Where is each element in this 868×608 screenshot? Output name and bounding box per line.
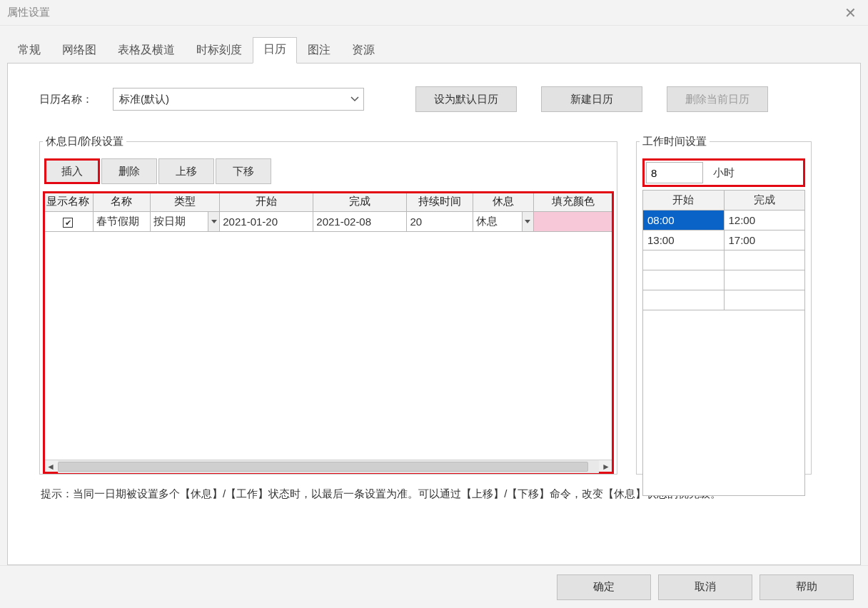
col-show-name[interactable]: 显示名称 <box>44 192 94 212</box>
tab-resource[interactable]: 资源 <box>341 38 385 64</box>
delete-row-button[interactable]: 删除 <box>101 158 157 184</box>
col-name[interactable]: 名称 <box>93 192 150 212</box>
scroll-right-icon[interactable]: ► <box>599 460 613 473</box>
cell-fill-color[interactable] <box>533 212 613 232</box>
work-time-fieldset: 工作时间设置 小时 开始 完成 <box>636 135 812 475</box>
new-calendar-button[interactable]: 新建日历 <box>541 86 642 112</box>
col-duration[interactable]: 持续时间 <box>407 192 473 212</box>
tab-general[interactable]: 常规 <box>7 38 51 64</box>
chevron-down-icon <box>350 96 359 102</box>
cancel-button[interactable]: 取消 <box>658 574 752 600</box>
table-row[interactable]: 13:00 17:00 <box>643 230 805 250</box>
calendar-top-row: 日历名称： 标准(默认) 设为默认日历 新建日历 删除当前日历 <box>39 86 829 112</box>
work-time-table-wrap: 开始 完成 08:00 12:00 13:00 17:00 <box>640 190 808 496</box>
table-row[interactable] <box>643 270 805 290</box>
tab-calendar[interactable]: 日历 <box>253 37 297 64</box>
tab-table-gantt[interactable]: 表格及横道 <box>107 38 186 64</box>
table-row[interactable] <box>643 250 805 270</box>
dialog-body: 常规 网络图 表格及横道 时标刻度 日历 图注 资源 日历名称： 标准(默认) … <box>0 26 868 565</box>
cell-finish[interactable]: 17:00 <box>724 230 805 250</box>
hours-unit-label: 小时 <box>713 166 735 180</box>
tab-timescale[interactable]: 时标刻度 <box>186 38 253 64</box>
titlebar: 属性设置 ✕ <box>0 0 868 26</box>
close-icon[interactable]: ✕ <box>840 4 861 21</box>
move-down-button[interactable]: 下移 <box>216 158 271 184</box>
tab-panel-calendar: 日历名称： 标准(默认) 设为默认日历 新建日历 删除当前日历 休息日/阶段设置… <box>7 63 861 565</box>
scroll-track[interactable] <box>58 460 599 473</box>
hours-highlight-box: 小时 <box>642 158 805 187</box>
tab-network[interactable]: 网络图 <box>51 38 107 64</box>
table-row[interactable]: 08:00 12:00 <box>643 211 805 230</box>
table-row[interactable] <box>643 290 805 310</box>
rest-tool-row: 插入 删除 上移 下移 <box>43 158 614 184</box>
horizontal-scrollbar[interactable]: ◄ ► <box>43 460 614 474</box>
insert-button[interactable]: 插入 <box>44 158 100 184</box>
work-time-legend: 工作时间设置 <box>640 135 710 148</box>
cell-start[interactable]: 08:00 <box>643 211 725 230</box>
fieldsets-row: 休息日/阶段设置 插入 删除 上移 下移 <box>39 135 829 475</box>
rest-table-empty-area <box>43 232 614 458</box>
hours-input[interactable] <box>646 162 703 183</box>
set-default-button[interactable]: 设为默认日历 <box>415 86 517 112</box>
cell-start[interactable]: 13:00 <box>643 230 725 250</box>
tab-legend[interactable]: 图注 <box>297 38 341 64</box>
table-row[interactable]: ✔ 春节假期 按日期 2021-01-20 20 <box>44 212 614 232</box>
rest-table-wrap: 显示名称 名称 类型 开始 完成 持续时间 休息 填充颜色 <box>43 191 614 474</box>
cell-type[interactable]: 按日期 <box>151 212 220 232</box>
move-up-button[interactable]: 上移 <box>158 158 214 184</box>
checkbox-icon[interactable]: ✔ <box>63 218 73 228</box>
help-button[interactable]: 帮助 <box>760 574 854 600</box>
col-type[interactable]: 类型 <box>151 192 220 212</box>
rest-period-fieldset: 休息日/阶段设置 插入 删除 上移 下移 <box>39 135 617 475</box>
calendar-name-label: 日历名称： <box>39 93 93 106</box>
col-fill-color[interactable]: 填充颜色 <box>533 192 613 212</box>
delete-calendar-button: 删除当前日历 <box>667 86 768 112</box>
window-title: 属性设置 <box>7 6 50 19</box>
cell-duration[interactable]: 20 <box>407 212 473 232</box>
cell-start[interactable]: 2021-01-20 <box>220 212 313 232</box>
rest-table: 显示名称 名称 类型 开始 完成 持续时间 休息 填充颜色 <box>43 191 614 232</box>
col-rest[interactable]: 休息 <box>473 192 534 212</box>
cell-name[interactable]: 春节假期 <box>93 212 150 232</box>
calendar-name-value: 标准(默认) <box>119 93 169 106</box>
work-time-table: 开始 完成 08:00 12:00 13:00 17:00 <box>642 190 805 310</box>
cell-finish[interactable]: 2021-02-08 <box>313 212 407 232</box>
ok-button[interactable]: 确定 <box>557 574 651 600</box>
dialog-footer: 确定 取消 帮助 <box>0 565 868 608</box>
cell-rest[interactable]: 休息 <box>473 212 534 232</box>
cell-show-name[interactable]: ✔ <box>44 212 94 232</box>
chevron-down-icon[interactable] <box>522 212 533 231</box>
col-start[interactable]: 开始 <box>643 191 725 211</box>
scroll-thumb[interactable] <box>58 462 588 472</box>
calendar-name-select[interactable]: 标准(默认) <box>113 88 364 111</box>
col-finish[interactable]: 完成 <box>313 192 407 212</box>
col-start[interactable]: 开始 <box>220 192 313 212</box>
col-finish[interactable]: 完成 <box>724 191 805 211</box>
scroll-left-icon[interactable]: ◄ <box>44 460 58 473</box>
rest-period-legend: 休息日/阶段设置 <box>43 135 126 148</box>
tabs: 常规 网络图 表格及横道 时标刻度 日历 图注 资源 <box>7 37 861 64</box>
work-table-empty-area <box>642 310 805 496</box>
cell-finish[interactable]: 12:00 <box>724 211 805 230</box>
calendar-top-buttons: 设为默认日历 新建日历 删除当前日历 <box>415 86 768 112</box>
chevron-down-icon[interactable] <box>208 212 219 231</box>
